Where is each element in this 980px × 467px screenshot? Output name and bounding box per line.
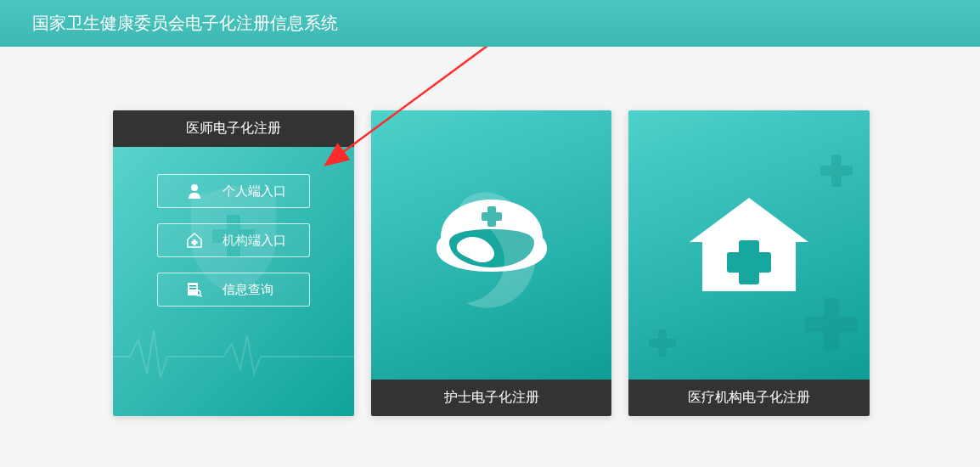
medical-house-icon bbox=[685, 191, 813, 301]
cross-deco-icon-1 bbox=[819, 153, 854, 188]
app-title: 国家卫生健康委员会电子化注册信息系统 bbox=[32, 12, 338, 35]
cross-deco-icon-2 bbox=[802, 295, 861, 354]
swirl-bg-icon bbox=[415, 176, 568, 329]
svg-rect-15 bbox=[727, 252, 771, 273]
ecg-line-icon bbox=[113, 323, 354, 391]
main-content: 医师电子化注册 个人端入口 机构端入口 bbox=[0, 47, 980, 416]
cross-deco-icon-3 bbox=[647, 328, 678, 358]
card-nurse-title: 护士电子化注册 bbox=[371, 380, 612, 416]
card-institution-title: 医疗机构电子化注册 bbox=[628, 380, 870, 416]
card-institution-body bbox=[628, 110, 870, 380]
svg-rect-17 bbox=[820, 166, 853, 176]
card-nurse-body bbox=[371, 110, 612, 380]
card-doctor: 医师电子化注册 个人端入口 机构端入口 bbox=[113, 110, 354, 416]
card-nurse[interactable]: 护士电子化注册 bbox=[371, 110, 612, 416]
shield-bg-icon bbox=[183, 181, 284, 300]
card-institution[interactable]: 医疗机构电子化注册 bbox=[628, 110, 870, 416]
card-doctor-body: 个人端入口 机构端入口 信息查询 bbox=[113, 147, 354, 416]
app-header: 国家卫生健康委员会电子化注册信息系统 bbox=[0, 0, 980, 47]
svg-rect-3 bbox=[212, 229, 255, 243]
svg-rect-19 bbox=[805, 317, 858, 332]
svg-rect-21 bbox=[649, 339, 676, 347]
card-doctor-title: 医师电子化注册 bbox=[113, 110, 354, 147]
